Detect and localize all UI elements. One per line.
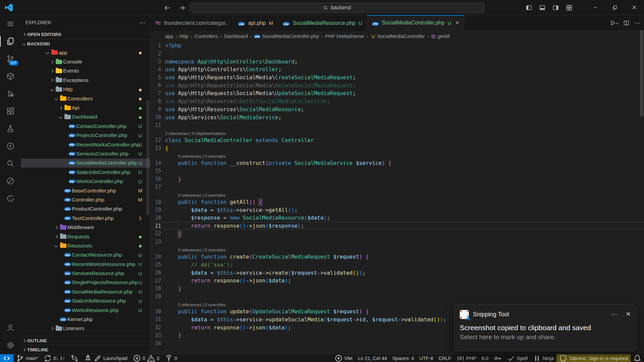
tree-item-basecontroller-php[interactable]: phpBaseController.phpM: [21, 186, 150, 195]
status-git-branch[interactable]: main*: [13, 354, 41, 362]
timeline-section[interactable]: TIMELINE: [21, 345, 150, 354]
status-problems[interactable]: 03: [130, 354, 162, 362]
status-vite[interactable]: Vite: [332, 354, 355, 362]
maximize-button[interactable]: [605, 0, 625, 15]
tree-item-productcontroller-php[interactable]: phpProductController.php: [21, 205, 150, 214]
extensions-icon[interactable]: [0, 102, 21, 120]
toggle-panel-icon[interactable]: [537, 2, 548, 13]
codelens[interactable]: 0 references | 0 overrides: [150, 152, 644, 159]
breadcrumb-item-socialmediacontroller-php[interactable]: phpSocialMediaController.php: [254, 34, 319, 39]
codelens[interactable]: 0 references | 0 overrides: [150, 191, 644, 198]
breadcrumb-item-socialmediacontroller[interactable]: SocialMediaController: [370, 34, 425, 39]
tree-item-middleware[interactable]: Middleware: [21, 223, 150, 232]
code-line-23[interactable]: 23: [150, 238, 644, 246]
status-launchpad[interactable]: Launchpad: [81, 354, 130, 362]
tree-item-servicesresource-php[interactable]: phpServicesResource.phpU: [21, 269, 150, 278]
accounts-icon[interactable]: [0, 319, 21, 336]
minimize-button[interactable]: [586, 0, 605, 15]
source-control-icon[interactable]: 107: [0, 50, 21, 67]
code-line-21[interactable]: 21 return response()->json($response);: [150, 222, 644, 230]
split-editor-icon[interactable]: [624, 20, 629, 26]
tab-socialmediacontroller-php[interactable]: phpSocialMediaController.phpU×: [367, 15, 464, 31]
code-line-2[interactable]: 2: [150, 50, 644, 58]
tree-item-controllers[interactable]: Controllers: [21, 94, 150, 103]
tree-item-singleprojectsresource-php[interactable]: phpSIngleProjectsResource.phpU: [21, 278, 150, 287]
code-line-15[interactable]: 15: [150, 167, 644, 175]
tree-item-recentworksresource-php[interactable]: phpRecentWorksResource.phpU: [21, 260, 150, 269]
code-line-12[interactable]: 12class SocialMediaController extends Co…: [150, 136, 644, 144]
open-editors-section[interactable]: OPEN EDITORS: [21, 30, 150, 39]
status-notifications-bell[interactable]: [631, 354, 644, 362]
status-intelephense-key[interactable]: [491, 354, 504, 362]
tree-item-contactcontroller-php[interactable]: phpContactController.phpU: [21, 122, 150, 131]
tree-item-listeners[interactable]: Listeners: [21, 324, 150, 333]
status-git-compare[interactable]: [68, 354, 81, 362]
tree-item-app[interactable]: app: [21, 48, 150, 57]
code-line-3[interactable]: 3namespace App\Http\Controllers\Dashboar…: [150, 57, 644, 65]
status-spell-checker[interactable]: Spell: [504, 354, 530, 362]
toast-close-icon[interactable]: ×: [626, 311, 631, 318]
tab-socialmediaresource-php[interactable]: phpSocialMediaResource.phpU: [278, 15, 367, 31]
tree-item-workscontroller-php[interactable]: phpWorksController.phpU: [21, 177, 150, 186]
code-line-17[interactable]: 17: [150, 183, 644, 191]
package-icon[interactable]: [0, 67, 21, 85]
breadcrumb-item-dashboard[interactable]: Dashboard: [224, 34, 248, 39]
loop-icon[interactable]: [0, 190, 21, 207]
toast-more-icon[interactable]: ⋯: [611, 311, 617, 318]
explorer-icon[interactable]: [0, 33, 21, 50]
breadcrumb-item-getall[interactable]: getAll: [431, 34, 450, 39]
toggle-sidebar-icon[interactable]: [524, 2, 534, 13]
tab-thunderclient-com-categor[interactable]: TCthunderclient.com/categor..: [150, 15, 233, 31]
close-window-button[interactable]: [625, 0, 644, 15]
code-editor[interactable]: 1<?php23namespace App\Http\Controllers\D…: [150, 42, 644, 347]
tab-api-php[interactable]: phpapi.phpM: [233, 15, 278, 31]
code-line-8[interactable]: 8use App\Http\Resources\GetAllSocialMedi…: [150, 97, 644, 105]
codelens[interactable]: 0 references | 0 overrides: [150, 246, 644, 253]
tree-item-worksresource-php[interactable]: phpWorksResource.phpU: [21, 306, 150, 315]
code-line-18[interactable]: 18 public function getAll() {: [150, 198, 644, 206]
tree-item-socialmediacontroller-php[interactable]: phpSocialMediaController.phpU: [21, 159, 150, 168]
code-line-5[interactable]: 5use App\Http\Requests\SocialMedia\Creat…: [150, 74, 644, 82]
code-line-26[interactable]: 26 $data = $this->service->create($reque…: [150, 269, 644, 277]
breadcrumb-item-app[interactable]: app: [165, 34, 173, 39]
tree-item-api[interactable]: Api: [21, 103, 150, 112]
tree-item-events[interactable]: Events: [21, 66, 150, 76]
code-line-29[interactable]: 29: [150, 292, 644, 301]
code-line-19[interactable]: 19 $data = $this->service->getAll();: [150, 206, 644, 214]
menu-icon[interactable]: [0, 15, 21, 33]
status-eol[interactable]: CRLF: [436, 354, 454, 362]
tree-item-controller-php[interactable]: phpController.phpM: [21, 195, 150, 204]
tree-item-resources[interactable]: Resources: [21, 241, 150, 250]
breadcrumb-item-controllers[interactable]: Controllers: [194, 34, 218, 39]
tree-item-http[interactable]: Http: [21, 85, 150, 94]
tree-item-staticinforesource-php[interactable]: phpStaticInfoResource.phpU: [21, 297, 150, 306]
status-ports[interactable]: 0: [162, 354, 180, 362]
code-line-13[interactable]: 13{: [150, 144, 644, 152]
code-line-7[interactable]: 7use App\Http\Requests\SocialMedia\Updat…: [150, 89, 644, 97]
code-line-6[interactable]: 6use App\Http\Requests\SocialMedia\Delet…: [150, 81, 644, 89]
status-tabnine[interactable]: Tabnine: Sign-in is required: [556, 354, 631, 362]
code-line-20[interactable]: 20 $response = new SocialMediaResource($…: [150, 214, 644, 222]
tree-item-kernel-php[interactable]: phpKernel.php: [21, 315, 150, 324]
codelens[interactable]: 2 references | 0 implementations: [150, 129, 644, 136]
code-line-24[interactable]: 24 public function create(CreateSocialMe…: [150, 253, 644, 261]
tree-item-exceptions[interactable]: Exceptions: [21, 76, 150, 85]
tree-item-console[interactable]: Console: [21, 57, 150, 66]
snipping-tool-toast[interactable]: Snipping Tool ⋯ × Screenshot copied to c…: [454, 304, 636, 351]
sidebar-scrollbar[interactable]: [146, 101, 149, 215]
tree-item-dashboard[interactable]: Dashboard: [21, 112, 150, 122]
tree-item-socialmediaresource-php[interactable]: phpSocialMediaResource.phpU: [21, 287, 150, 296]
run-icon[interactable]: [610, 20, 618, 26]
customize-layout-icon[interactable]: [564, 2, 575, 13]
toggle-secondary-sidebar-icon[interactable]: [550, 2, 561, 13]
command-center-search[interactable]: backend: [190, 3, 485, 13]
status-language-mode[interactable]: {Ø}PHP: [454, 354, 479, 362]
run-debug-icon[interactable]: [0, 85, 21, 102]
status-php-version[interactable]: 8.0: [479, 354, 491, 362]
tree-item-contactresource-php[interactable]: phpContactResource.phpU: [21, 251, 150, 260]
status-ninja[interactable]: Ninja: [530, 354, 556, 362]
testing-icon[interactable]: [0, 120, 21, 137]
status-cursor-position[interactable]: Ln 21, Col 44: [355, 354, 390, 362]
tree-item-staticinfocontroller-php[interactable]: phpStaticInfoController.phpU: [21, 168, 150, 177]
code-line-10[interactable]: 10use App\Services\SocialMediaService;: [150, 113, 644, 121]
